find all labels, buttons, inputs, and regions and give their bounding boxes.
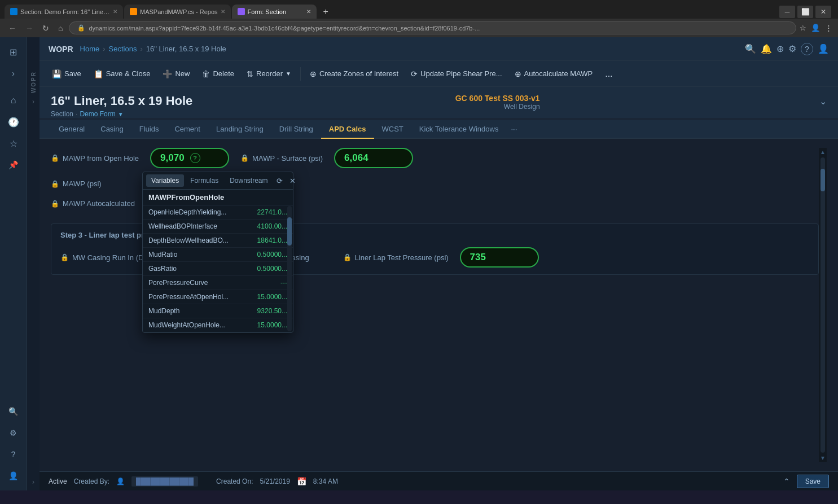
profile-button[interactable]: 👤: [811, 24, 821, 32]
popup-row-4-label: MudRatio: [148, 251, 243, 258]
popup-close-button[interactable]: ✕: [287, 176, 298, 186]
tab-favicon-3: [238, 8, 245, 15]
popup-refresh-button[interactable]: ⟳: [274, 176, 285, 186]
global-user-button[interactable]: 👤: [818, 43, 829, 54]
global-settings-button[interactable]: ⚙: [788, 43, 796, 54]
tab-apd-calcs[interactable]: APD Calcs: [321, 120, 374, 139]
tab-general[interactable]: General: [51, 120, 93, 139]
reorder-button[interactable]: ⇅ Reorder ▼: [241, 67, 297, 81]
delete-button[interactable]: 🗑 Delete: [196, 67, 240, 81]
nav-collapse-arrow-bottom[interactable]: ›: [32, 478, 34, 486]
popup-row-5[interactable]: GasRatio 0.50000...: [143, 262, 293, 276]
toolbar: 💾 Save 📋 Save & Close ➕ New 🗑 Delete ⇅ R…: [40, 61, 838, 87]
nav-help-item[interactable]: ?: [3, 444, 24, 464]
tab-landing-string[interactable]: Landing String: [208, 120, 271, 139]
nav-recent-item[interactable]: 🕐: [3, 112, 24, 132]
tab-drill-string[interactable]: Drill String: [271, 120, 321, 139]
popup-tab-downstream[interactable]: Downstream: [225, 174, 273, 187]
nav-collapse-arrow-top[interactable]: ›: [32, 98, 34, 106]
well-design-chevron[interactable]: ⌄: [819, 96, 827, 107]
popup-row-7[interactable]: PorePressureAtOpenHol... 15.0000...: [143, 290, 293, 304]
subtitle-chevron[interactable]: ▼: [118, 111, 124, 117]
mawp-question-icon[interactable]: ?: [190, 153, 200, 163]
tab-more[interactable]: ···: [506, 120, 521, 138]
global-notification-button[interactable]: 🔔: [761, 43, 772, 54]
variables-popup: Variables Formulas Downstream ⟳ ✕: [142, 172, 293, 333]
create-zones-button[interactable]: ⊕ Create Zones of Interest: [304, 67, 404, 81]
global-apps-button[interactable]: ⊕: [776, 43, 784, 54]
scroll-up-button[interactable]: ▲: [820, 149, 826, 155]
bookmark-button[interactable]: ☆: [800, 24, 806, 32]
popup-row-9-value: 15.0000...: [248, 321, 287, 329]
tab-kick-tolerance[interactable]: Kick Tolerance Windows: [411, 120, 507, 139]
status-save-button[interactable]: Save: [797, 475, 829, 488]
minimize-button[interactable]: ─: [779, 6, 795, 18]
mawp-surface-field[interactable]: 6,064: [334, 148, 413, 168]
browser-tab-1[interactable]: Section: Demo Form: 16" Liner, 1... ✕: [5, 5, 123, 19]
breadcrumb-home[interactable]: Home: [80, 45, 100, 53]
popup-row-2[interactable]: WellheadBOPInterface 4100.00...: [143, 220, 293, 234]
back-button[interactable]: ←: [6, 23, 19, 34]
global-search-button[interactable]: 🔍: [745, 43, 756, 54]
save-close-button[interactable]: 📋 Save & Close: [88, 67, 156, 81]
browser-menu-button[interactable]: ⋮: [825, 24, 832, 32]
window-controls: ─ ⬜ ✕: [779, 6, 833, 18]
tab-close-3[interactable]: ✕: [306, 8, 311, 15]
popup-row-8[interactable]: MudDepth 9320.50...: [143, 304, 293, 318]
browser-tab-2[interactable]: MASPandMAWP.cs - Repos ✕: [124, 5, 231, 19]
browser-tab-3[interactable]: Form: Section ✕: [232, 5, 317, 19]
forward-button[interactable]: →: [23, 23, 36, 34]
refresh-button[interactable]: ↻: [40, 23, 52, 34]
autocalculate-button[interactable]: ⊕ Autocalculate MAWP: [509, 67, 599, 81]
tab-label-3: Form: Section: [248, 8, 286, 15]
nav-star-item[interactable]: ☆: [3, 133, 24, 154]
autocalculate-label: Autocalculate MAWP: [524, 69, 593, 78]
tab-close-2[interactable]: ✕: [221, 8, 225, 15]
collapse-button[interactable]: ⌃: [783, 477, 790, 486]
calendar-button[interactable]: 📅: [297, 477, 306, 486]
global-help-button[interactable]: ?: [801, 43, 813, 55]
subtitle-form[interactable]: Demo Form: [80, 110, 115, 118]
mawp-open-hole-field[interactable]: 9,070 ?: [150, 148, 229, 168]
well-design-name[interactable]: GC 600 Test SS 003-v1: [455, 94, 540, 103]
restore-button[interactable]: ⬜: [797, 6, 813, 18]
more-button[interactable]: ...: [599, 66, 618, 82]
new-button[interactable]: ➕ New: [157, 67, 195, 81]
address-bar: ← → ↻ ⌂ 🔒 dynamics.com/main.aspx?appid=7…: [0, 19, 838, 37]
tab-casing[interactable]: Casing: [93, 120, 131, 139]
popup-row-9[interactable]: MudWeightAtOpenHole... 15.0000...: [143, 318, 293, 332]
nav-pin-item[interactable]: 📌: [3, 155, 24, 175]
mawp-surface-lock-icon: 🔒: [240, 154, 249, 162]
url-input[interactable]: 🔒 dynamics.com/main.aspx?appid=7fece92b-…: [69, 21, 796, 34]
created-by-value: ████████████: [131, 476, 198, 487]
popup-row-4-value: 0.50000...: [248, 251, 287, 258]
new-tab-button[interactable]: +: [318, 5, 334, 19]
popup-row-2-label: WellheadBOPInterface: [148, 222, 243, 230]
nav-search-item[interactable]: 🔍: [3, 401, 24, 422]
popup-scroll-thumb[interactable]: [287, 217, 292, 246]
tab-fluids[interactable]: Fluids: [131, 120, 167, 139]
nav-settings-item[interactable]: ⚙: [3, 423, 24, 443]
popup-row-4[interactable]: MudRatio 0.50000...: [143, 248, 293, 262]
tab-wcst[interactable]: WCST: [374, 120, 411, 139]
save-button[interactable]: 💾 Save: [46, 67, 87, 81]
popup-tab-variables[interactable]: Variables: [146, 174, 184, 187]
update-pipe-button[interactable]: ⟳ Update Pipe Shear Pre...: [405, 67, 508, 81]
popup-tab-formulas[interactable]: Formulas: [185, 174, 223, 187]
nav-chevron[interactable]: ›: [3, 63, 24, 84]
nav-home-item[interactable]: ⌂: [3, 90, 24, 111]
popup-row-6[interactable]: PorePressureCurve ---: [143, 276, 293, 290]
scroll-thumb[interactable]: [821, 169, 825, 191]
tab-cement[interactable]: Cement: [166, 120, 208, 139]
breadcrumb-sections[interactable]: Sections: [109, 45, 137, 53]
home-button[interactable]: ⌂: [55, 23, 65, 34]
nav-user-item[interactable]: 👤: [3, 466, 24, 486]
page-title: 16" Liner, 16.5 x 19 Hole: [51, 94, 192, 108]
close-window-button[interactable]: ✕: [815, 6, 831, 18]
liner-lap-field[interactable]: 735: [460, 247, 539, 268]
popup-row-3[interactable]: DepthBelowWellheadBO... 18641.0...: [143, 234, 293, 248]
scroll-down-button[interactable]: ▼: [820, 455, 826, 461]
popup-row-1[interactable]: OpenHoleDepthYielding... 22741.0...: [143, 205, 293, 220]
tab-close-1[interactable]: ✕: [113, 8, 117, 15]
nav-apps-button[interactable]: ⊞: [3, 42, 24, 62]
